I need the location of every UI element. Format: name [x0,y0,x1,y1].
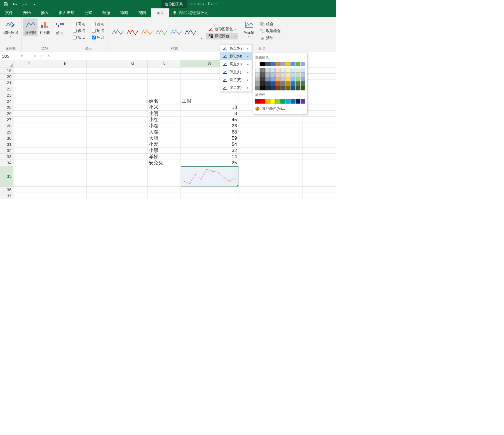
tab-insert[interactable]: 插入 [36,8,54,17]
row-header-31[interactable]: 31 [0,141,13,147]
row-header-20[interactable]: 20 [0,74,13,79]
cell-J31[interactable] [13,141,44,147]
color-swatch[interactable] [290,77,295,81]
cell-O30[interactable]: 59 [181,135,238,141]
cell-L23[interactable] [87,92,117,98]
color-swatch[interactable] [285,68,290,72]
type-line-button[interactable]: 折线图 [23,18,37,36]
cell-Q37[interactable] [272,193,303,199]
color-swatch[interactable] [270,99,275,104]
row-header-33[interactable]: 33 [0,154,13,160]
column-header-N[interactable]: N [148,60,181,67]
column-header-K[interactable]: K [44,60,87,67]
tab-file[interactable]: 文件 [0,8,18,17]
cell-M30[interactable] [117,135,148,141]
style-preset-5[interactable] [184,27,198,38]
color-swatch[interactable] [296,81,300,86]
cell-J27[interactable] [13,117,44,123]
cell-L19[interactable] [87,67,117,73]
cell-O31[interactable]: 54 [181,141,238,147]
color-swatch[interactable] [285,72,290,77]
color-swatch[interactable] [275,77,280,81]
cell-N24[interactable]: 姓名 [148,98,181,104]
column-header-J[interactable]: J [13,60,44,67]
cell-N28[interactable]: 小嘴 [148,123,181,129]
cell-K37[interactable] [44,193,87,199]
color-swatch[interactable] [255,86,260,90]
cell-P32[interactable] [238,148,272,153]
cell-K26[interactable] [44,111,87,116]
checkbox-first-point[interactable]: 首点 [90,21,106,27]
row-header-19[interactable]: 19 [0,67,13,73]
color-swatch[interactable] [260,99,265,104]
cell-M33[interactable] [117,154,148,160]
cell-P35[interactable] [238,166,272,186]
cell-N23[interactable] [148,92,181,98]
tab-formulas[interactable]: 公式 [79,8,97,17]
color-swatch[interactable] [255,68,260,72]
marker-first-item[interactable]: 首点(F)▸ [220,76,252,84]
tab-review[interactable]: 审阅 [115,8,133,17]
color-swatch[interactable] [280,86,285,90]
cell-K19[interactable] [44,67,87,73]
row-header-32[interactable]: 32 [0,148,13,153]
cell-N33[interactable]: 孝悌 [148,154,181,160]
cell-M19[interactable] [117,67,148,73]
tab-page-layout[interactable]: 页面布局 [54,8,79,17]
name-box[interactable]: O35 ▼ [0,52,25,60]
row-header-25[interactable]: 25 [0,104,13,110]
cell-L35[interactable] [87,166,117,186]
group-button[interactable]: 组合 [258,21,283,27]
marker-color-button[interactable]: 标记颜色 ▾ [206,33,238,39]
color-swatch[interactable] [301,86,305,90]
color-swatch[interactable] [290,99,295,104]
color-swatch[interactable] [301,81,305,86]
color-swatch[interactable] [275,81,280,86]
cell-P30[interactable] [238,135,272,141]
cell-J30[interactable] [13,135,44,141]
column-header-M[interactable]: M [117,60,148,67]
cell-M37[interactable] [117,193,148,199]
color-swatch[interactable] [301,99,305,104]
cell-Q35[interactable] [272,166,303,186]
cell-N22[interactable] [148,86,181,92]
color-swatch[interactable] [290,72,295,77]
cell-K25[interactable] [44,104,87,110]
cell-N32[interactable]: 小黑 [148,148,181,153]
cell-O37[interactable] [181,193,238,199]
cell-L29[interactable] [87,129,117,135]
cell-K31[interactable] [44,141,87,147]
color-swatch[interactable] [296,68,300,72]
color-swatch[interactable] [296,86,300,90]
cell-P29[interactable] [238,129,272,135]
cell-M29[interactable] [117,129,148,135]
edit-data-button[interactable]: 编辑数据 ▾ [2,18,20,39]
cell-J20[interactable] [13,74,44,79]
sparkline-color-button[interactable]: 迷你图颜色 ▾ [206,26,238,32]
row-header-37[interactable]: 37 [0,193,13,199]
undo-icon[interactable] [12,1,18,7]
cell-K27[interactable] [44,117,87,123]
color-swatch[interactable] [285,77,290,81]
checkbox-markers[interactable]: 标记 [90,34,106,41]
cell-L34[interactable] [87,160,117,166]
clear-button[interactable]: 清除 ▾ [258,35,283,41]
cell-J21[interactable] [13,80,44,86]
cell-L21[interactable] [87,80,117,86]
cell-J37[interactable] [13,193,44,199]
color-swatch[interactable] [296,62,300,66]
cell-J23[interactable] [13,92,44,98]
color-swatch[interactable] [260,62,265,66]
cell-J32[interactable] [13,148,44,153]
color-swatch[interactable] [301,62,305,66]
cell-O24[interactable]: 工时 [181,98,238,104]
tab-view[interactable]: 视图 [133,8,151,17]
cell-M27[interactable] [117,117,148,123]
tab-home[interactable]: 开始 [18,8,36,17]
cell-M22[interactable] [117,86,148,92]
color-swatch[interactable] [270,86,275,90]
cell-O32[interactable]: 32 [181,148,238,153]
style-preset-4[interactable] [169,27,183,38]
cell-L20[interactable] [87,74,117,79]
row-header-30[interactable]: 30 [0,135,13,141]
